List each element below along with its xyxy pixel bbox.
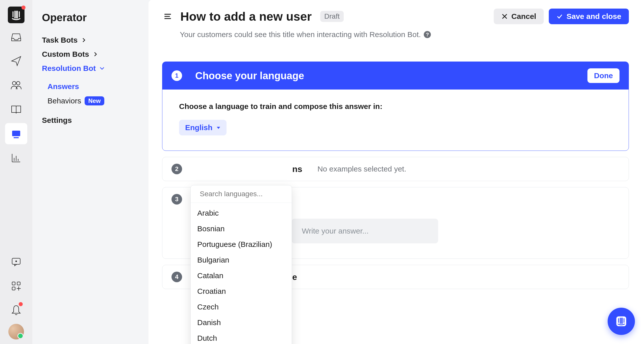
language-search-row bbox=[191, 185, 292, 203]
step-number: 3 bbox=[171, 194, 182, 205]
step-body-label: Choose a language to train and compose t… bbox=[179, 102, 613, 111]
svg-rect-19 bbox=[12, 287, 15, 290]
step-2-examples[interactable]: 2 hidden placeholder long enough xxxx ns… bbox=[162, 157, 629, 181]
language-select[interactable]: English bbox=[179, 120, 227, 135]
sidebar-item-label: Task Bots bbox=[42, 36, 78, 44]
step-title: Choose your language bbox=[195, 70, 304, 81]
language-option[interactable]: Arabic bbox=[191, 205, 292, 221]
language-option[interactable]: Bulgarian bbox=[191, 252, 292, 268]
svg-rect-17 bbox=[12, 282, 15, 285]
language-option-label: Czech bbox=[197, 303, 219, 311]
step-number: 2 bbox=[171, 164, 182, 174]
language-option-label: Arabic bbox=[197, 209, 219, 217]
step-title-partial: ns bbox=[292, 164, 302, 174]
sidebar-item-label: Custom Bots bbox=[42, 50, 89, 59]
svg-rect-9 bbox=[14, 137, 19, 138]
hamburger-icon bbox=[163, 12, 172, 21]
sidebar-item-settings[interactable]: Settings bbox=[42, 116, 139, 125]
page-subtitle: Your customers could see this title when… bbox=[180, 30, 629, 39]
nav-operator[interactable] bbox=[5, 123, 27, 144]
chevron-right-icon bbox=[93, 51, 98, 57]
sidebar-item-label: Settings bbox=[42, 116, 72, 125]
icon-rail bbox=[0, 0, 32, 344]
chevron-right-icon bbox=[81, 37, 87, 43]
language-option[interactable]: Portuguese (Brazilian) bbox=[191, 237, 292, 252]
sidebar-item-custom-bots[interactable]: Custom Bots bbox=[42, 50, 139, 59]
intercom-icon bbox=[615, 315, 628, 328]
language-search-input[interactable] bbox=[200, 190, 290, 198]
nav-inbox[interactable] bbox=[5, 26, 27, 47]
button-label: Cancel bbox=[511, 12, 536, 21]
nav-messenger-preview[interactable] bbox=[5, 251, 27, 272]
chevron-down-icon bbox=[99, 66, 105, 71]
svg-rect-8 bbox=[12, 131, 20, 136]
messenger-fab[interactable] bbox=[608, 308, 635, 335]
sidebar-item-task-bots[interactable]: Task Bots bbox=[42, 36, 139, 44]
nav-app-store[interactable] bbox=[5, 275, 27, 297]
page-title: How to add a new user bbox=[180, 10, 312, 23]
sidebar-subitem-behaviors[interactable]: Behaviors New bbox=[47, 96, 139, 105]
user-avatar[interactable] bbox=[8, 324, 24, 339]
answer-input-placeholder[interactable]: Write your answer... bbox=[292, 219, 438, 243]
svg-rect-18 bbox=[17, 282, 20, 285]
language-option-label: Bosnian bbox=[197, 224, 225, 233]
toggle-sidebar-button[interactable] bbox=[162, 11, 173, 22]
svg-marker-27 bbox=[217, 127, 220, 129]
language-select-value: English bbox=[185, 123, 212, 132]
notification-dot-icon bbox=[21, 6, 26, 10]
save-and-close-button[interactable]: Save and close bbox=[549, 9, 629, 24]
cancel-button[interactable]: Cancel bbox=[494, 9, 544, 24]
sidebar-item-label: Behaviors bbox=[47, 97, 81, 105]
svg-point-6 bbox=[12, 81, 16, 85]
sidebar-subitem-answers[interactable]: Answers bbox=[47, 82, 139, 91]
language-dropdown: ArabicBosnianPortuguese (Brazilian)Bulga… bbox=[190, 185, 292, 344]
svg-point-7 bbox=[16, 81, 20, 85]
step-hint: No examples selected yet. bbox=[317, 165, 406, 173]
new-badge: New bbox=[85, 96, 104, 105]
help-icon[interactable]: ? bbox=[424, 31, 431, 38]
notification-dot-icon bbox=[19, 302, 23, 306]
check-icon bbox=[556, 13, 563, 20]
language-option-label: Croatian bbox=[197, 287, 226, 296]
nav-articles[interactable] bbox=[5, 99, 27, 120]
step-done-button[interactable]: Done bbox=[587, 68, 620, 83]
sidebar-item-label: Answers bbox=[47, 82, 79, 91]
language-option-label: Catalan bbox=[197, 271, 223, 280]
step-title-partial: e bbox=[292, 272, 297, 282]
language-option[interactable]: Dutch bbox=[191, 330, 292, 344]
nav-reports[interactable] bbox=[5, 147, 27, 168]
status-chip-draft: Draft bbox=[320, 11, 344, 22]
language-option[interactable]: Czech bbox=[191, 299, 292, 315]
step-number: 1 bbox=[171, 70, 182, 81]
language-option-label: Dutch bbox=[197, 334, 217, 342]
language-option[interactable]: Danish bbox=[191, 315, 292, 330]
sidebar-title: Operator bbox=[42, 12, 139, 24]
step-1-choose-language: 1 Choose your language Done Choose a lan… bbox=[162, 62, 629, 151]
step-number: 4 bbox=[171, 272, 182, 282]
nav-contacts[interactable] bbox=[5, 75, 27, 96]
nav-notifications[interactable] bbox=[5, 300, 27, 321]
language-option-label: Bulgarian bbox=[197, 256, 229, 264]
language-option-label: Portuguese (Brazilian) bbox=[197, 240, 272, 249]
main-content: How to add a new user Draft Cancel Save … bbox=[148, 0, 644, 344]
language-option[interactable]: Croatian bbox=[191, 283, 292, 299]
app-logo[interactable] bbox=[8, 7, 24, 23]
close-icon bbox=[501, 13, 508, 20]
svg-point-16 bbox=[16, 261, 17, 262]
sidebar-item-resolution-bot[interactable]: Resolution Bot bbox=[42, 64, 139, 73]
nav-outbound[interactable] bbox=[5, 50, 27, 72]
language-option[interactable]: Catalan bbox=[191, 268, 292, 283]
button-label: Save and close bbox=[566, 12, 621, 21]
caret-down-icon bbox=[216, 126, 220, 130]
secondary-sidebar: Operator Task Bots Custom Bots Resolutio… bbox=[32, 0, 148, 344]
sidebar-item-label: Resolution Bot bbox=[42, 64, 96, 73]
language-option-label: Danish bbox=[197, 318, 221, 327]
language-option[interactable]: Bosnian bbox=[191, 221, 292, 237]
